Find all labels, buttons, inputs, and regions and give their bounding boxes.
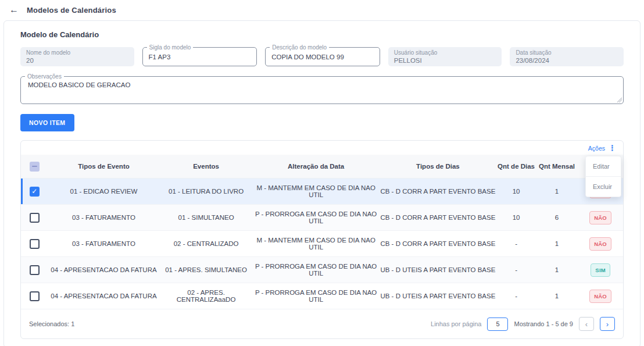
back-arrow-icon[interactable]: ← (9, 5, 19, 15)
cell-qnt-de-dias: - (496, 266, 535, 273)
pagination: Linhas por página Mostrando 1 - 5 de 9 ‹… (431, 317, 615, 331)
cell-qnt-mensal: 6 (536, 214, 578, 221)
nome-do-modelo-label: Nome do modelo (26, 49, 128, 56)
cell-tipos-de-evento: 03 - FATURAMENTO (48, 240, 160, 247)
prev-page-button[interactable]: ‹ (579, 317, 594, 331)
observacoes-label: Observações (25, 73, 64, 80)
observacoes-textarea[interactable]: MODELO BASICO DE GERACAO (21, 77, 623, 104)
cell-alteracao-da-data: M - MANTEMM EM CASO DE DIA NAO UTIL (253, 184, 380, 198)
col-tipos-de-evento: Tipos de Evento (48, 163, 160, 170)
modelo-calendario-card: Modelo de Calendário Nome do modelo 20 S… (3, 20, 641, 346)
cell-qnt-mensal: 1 (536, 240, 578, 247)
descricao-do-modelo-field: Descrição do modelo (265, 47, 380, 66)
cell-tipos-de-dias: UB - D UTEIS A PART EVENTO BASE (379, 293, 496, 299)
nome-do-modelo-field: Nome do modelo 20 (20, 47, 134, 66)
cell-tipos-de-evento: 03 - FATURAMENTO (48, 214, 160, 221)
table-row[interactable]: 04 - APRESENTACAO DA FATURA 01 - APRES. … (21, 257, 623, 283)
table-row[interactable]: ✓ 01 - EDICAO REVIEW 01 - LEITURA DO LIV… (21, 179, 623, 205)
row-checkbox[interactable] (30, 291, 40, 301)
cell-alteracao-da-data: M - MANTEMM EM CASO DE DIA NAO UTIL (253, 237, 380, 251)
col-alteracao-da-data: Alteração da Data (253, 163, 380, 170)
items-table: Ações ⋮ Editar Excluir Tipos de Evento E… (20, 140, 624, 339)
acoes-bar: Ações ⋮ (21, 141, 623, 155)
cell-eventos: 01 - APRES. SIMULTANEO (159, 266, 253, 273)
usuario-situacao-field: Usuário situação PELLOSI (388, 47, 502, 66)
sigla-do-modelo-field: Sigla do modelo (142, 47, 257, 66)
top-header: ← Modelos de Calendários (0, 0, 644, 19)
table-row[interactable]: 03 - FATURAMENTO 01 - SIMULTANEO P - PRO… (21, 205, 623, 231)
nome-do-modelo-value: 20 (26, 56, 128, 65)
cell-tipos-de-dias: CB - D CORR A PART EVENTO BASE (379, 188, 496, 195)
cell-alteracao-da-data: P - PRORROGA EM CASO DE DIA NAO UTIL (253, 289, 380, 303)
row-checkbox[interactable] (30, 265, 40, 275)
cell-qnt-mensal: 1 (536, 266, 578, 273)
selected-count: Selecionados: 1 (29, 320, 74, 327)
rows-per-page-label: Linhas por página (431, 320, 481, 327)
cell-tipos-de-dias: CB - D CORR A PART EVENTO BASE (379, 240, 496, 247)
descricao-do-modelo-label: Descrição do modelo (270, 44, 329, 51)
evento-padrao-badge: NÃO (589, 237, 611, 251)
cell-tipos-de-dias: UB - D UTEIS A PART EVENTO BASE (379, 266, 496, 273)
data-situacao-field: Data situação 23/08/2024 (510, 47, 624, 66)
novo-item-button[interactable]: NOVO ITEM (20, 114, 74, 131)
table-row[interactable]: 03 - FATURAMENTO 02 - CENTRALIZADO M - M… (21, 231, 623, 257)
row-checkbox[interactable] (30, 213, 40, 223)
cell-eventos: 01 - LEITURA DO LIVRO (159, 188, 253, 195)
next-page-button[interactable]: › (600, 317, 615, 331)
usuario-situacao-label: Usuário situação (394, 49, 496, 56)
col-eventos: Eventos (159, 163, 253, 170)
menu-item-excluir[interactable]: Excluir (586, 176, 621, 197)
data-situacao-label: Data situação (516, 49, 618, 56)
acoes-dropdown-menu: Editar Excluir (585, 156, 621, 197)
cell-qnt-mensal: 1 (536, 293, 578, 299)
menu-item-editar[interactable]: Editar (586, 156, 621, 176)
row-checkbox[interactable] (30, 239, 40, 249)
evento-padrao-badge: NÃO (589, 290, 611, 303)
rows-per-page-input[interactable] (487, 318, 508, 331)
cell-alteracao-da-data: P - PRORROGA EM CASO DE DIA NAO UTIL (253, 211, 380, 224)
cell-qnt-de-dias: 10 (496, 214, 535, 221)
cell-tipos-de-dias: CB - D CORR A PART EVENTO BASE (379, 214, 496, 221)
data-situacao-value: 23/08/2024 (516, 56, 618, 65)
page-title: Modelos de Calendários (27, 6, 116, 15)
cell-qnt-de-dias: 10 (496, 188, 535, 195)
table-row[interactable]: 04 - APRESENTACAO DA FATURA 02 - APRES. … (21, 283, 623, 309)
usuario-situacao-value: PELLOSI (394, 56, 496, 65)
form-fields-row: Nome do modelo 20 Sigla do modelo Descri… (20, 47, 624, 66)
evento-padrao-badge: SIM (591, 263, 610, 277)
section-title: Modelo de Calendário (20, 30, 624, 39)
col-qnt-de-dias: Qnt de Dias (496, 163, 535, 170)
cell-alteracao-da-data: P - PRORROGA EM CASO DE DIA NAO UTIL (253, 263, 380, 277)
observacoes-field: Observações MODELO BASICO DE GERACAO (20, 76, 624, 104)
kebab-menu-icon[interactable]: ⋮ (609, 145, 616, 151)
showing-range-label: Mostrando 1 - 5 de 9 (514, 320, 573, 327)
row-checkbox[interactable]: ✓ (30, 187, 40, 197)
sigla-do-modelo-label: Sigla do modelo (147, 44, 194, 51)
cell-tipos-de-evento: 01 - EDICAO REVIEW (48, 188, 160, 195)
table-header-row: Tipos de Evento Eventos Alteração da Dat… (21, 155, 623, 179)
cell-tipos-de-evento: 04 - APRESENTACAO DA FATURA (48, 266, 160, 273)
cell-eventos: 02 - APRES. CENTRALIZAaaDO (159, 289, 253, 303)
cell-tipos-de-evento: 04 - APRESENTACAO DA FATURA (48, 293, 160, 299)
cell-qnt-mensal: 1 (536, 188, 578, 195)
sigla-do-modelo-input[interactable] (149, 53, 251, 60)
col-qnt-mensal: Qnt Mensal (536, 163, 578, 170)
resize-grip-icon[interactable] (617, 97, 622, 102)
col-tipos-de-dias: Tipos de Dias (379, 163, 496, 170)
select-all-checkbox[interactable] (30, 162, 40, 172)
descricao-do-modelo-input[interactable] (271, 53, 374, 60)
cell-eventos: 01 - SIMULTANEO (159, 214, 253, 221)
cell-eventos: 02 - CENTRALIZADO (159, 240, 253, 247)
table-footer: Selecionados: 1 Linhas por página Mostra… (21, 309, 623, 338)
acoes-link[interactable]: Ações (588, 145, 605, 152)
evento-padrao-badge: NÃO (589, 211, 611, 224)
cell-qnt-de-dias: - (496, 293, 535, 299)
cell-qnt-de-dias: - (496, 240, 535, 247)
